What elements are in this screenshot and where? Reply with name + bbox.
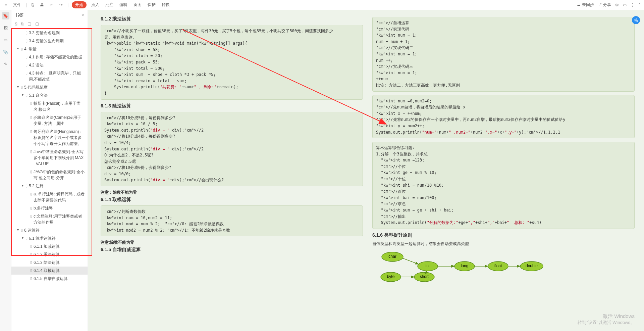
tree-toggle-icon[interactable]: ▾ (16, 46, 19, 51)
bookmark-item[interactable]: ▯6.1.3 除法运算 (11, 258, 88, 267)
svg-text:short: short (420, 274, 429, 279)
bookmark-item[interactable]: ▯JAVA中的包的命名规则:全小写 包之间用.分开 (11, 168, 88, 182)
bookmark-label: 匈牙利命名法(Hungarian)：标识符的名字以一个或者多个小写字母开头作为前… (34, 129, 85, 147)
chevron-down-icon[interactable]: ˅ (639, 3, 641, 7)
comment-panel-icon[interactable]: ▭ (2, 36, 9, 44)
tab-annotate[interactable]: 批注 (104, 1, 115, 8)
tree-toggle-icon[interactable]: ▾ (16, 84, 19, 89)
close-icon[interactable]: × (82, 12, 84, 18)
bookmark-icon: ▯ (30, 129, 32, 134)
tab-start[interactable]: 开始 (72, 1, 87, 8)
vertical-toolbar: 🔖 🖼 ▭ 📎 ✎ (0, 10, 11, 331)
heading-616: 6.1.6 类型提升原则 (372, 232, 635, 238)
tree-toggle-icon[interactable]: ▾ (21, 235, 24, 240)
bookmark-icon: ▯ (25, 183, 28, 189)
tree-toggle-icon[interactable]: ▾ (16, 227, 19, 232)
edit-panel-icon[interactable]: ✎ (2, 60, 9, 68)
bookmark-item[interactable]: ▯匈牙利命名法(Hungarian)：标识符的名字以一个或者多个小写字母开头作为… (11, 128, 88, 148)
bookmark-icon: ▯ (21, 227, 23, 233)
heading-612: 6.1.2 乘法运算 (101, 16, 363, 22)
bookmark-icon: ▯ (25, 92, 28, 98)
tab-protect[interactable]: 保护 (146, 1, 157, 8)
bookmark-item[interactable]: ▾▯6.运算符 (11, 226, 88, 234)
bookmark-label: 4.3 特点:一旦声明完毕，只能用,不能改值 (29, 70, 85, 82)
bookmark-item[interactable]: ▯帕斯卡(Pascal)：应用于类名,接口名 (11, 99, 88, 113)
bookmark-item[interactable]: ▾▯4. 常量 (11, 45, 88, 53)
attachment-panel-icon[interactable]: 📎 (2, 48, 9, 56)
bookmark-item[interactable]: ▯6.1.4 取模运算 (11, 267, 88, 275)
image-panel-icon[interactable]: 🖼 (2, 24, 9, 32)
bookmark-label: 5.代码规范度 (24, 84, 85, 90)
bookmark-icon: ▯ (25, 235, 28, 241)
svg-text:byte: byte (387, 274, 395, 279)
bookmark-item[interactable]: ▯4.2 语法 (11, 61, 88, 69)
sidebar-tools: ⎘ ⎘ ▢ ▢ (11, 20, 88, 28)
sb-tool-2[interactable]: ⎘ (21, 21, 23, 26)
sync-status[interactable]: ☁ 未同步 (577, 2, 594, 8)
share-button[interactable]: ↗ 分享 (598, 2, 611, 8)
bookmark-item[interactable]: ▯b.多行注释 (11, 204, 88, 212)
bookmark-icon: ▯ (25, 38, 28, 44)
gear-icon[interactable]: ⚙ (615, 3, 619, 7)
bookmark-label: 6.1.1 加减运算 (34, 243, 85, 249)
note-614: 注意:除数不能为零 (101, 240, 363, 245)
sb-tool-4[interactable]: ▢ (35, 21, 39, 26)
code-615c: 算术运算综合练习题: 1.分解一个3位整数，并求总 "kw">int num =… (372, 142, 635, 229)
code-612: "cm">//小明买了一双鞋，价值58元，买了3件衣服，每件30元，买了5个包，… (101, 25, 363, 100)
code-614: "cm">//判断奇数偶数 "kw">int num = 10,num2 = 1… (101, 205, 363, 236)
tab-convert[interactable]: 转换 (160, 1, 171, 8)
tree-toggle-icon[interactable]: ▾ (21, 92, 24, 97)
bookmark-icon: ▯ (30, 191, 32, 197)
bookmark-icon: ▯ (30, 243, 32, 249)
bookmark-label: c.文档注释:用于注释类或者方法的作用 (34, 213, 85, 225)
document-content[interactable]: 6.1.2 乘法运算 "cm">//小明买了一双鞋，价值58元，买了3件衣服，每… (88, 10, 644, 331)
print-icon[interactable]: 🖶 (39, 2, 45, 8)
bookmark-item[interactable]: ▯6.1.1 加减运算 (11, 242, 88, 250)
left-column: 6.1.2 乘法运算 "cm">//小明买了一双鞋，价值58元，买了3件衣服，每… (101, 15, 363, 284)
type-promotion-diagram: char int long float double byte short (372, 249, 635, 284)
bookmark-item[interactable]: ▯a. 单行注释: 解释代码，或者去除不需要的代码 (11, 190, 88, 204)
menu-icon[interactable]: ≡ (3, 2, 8, 8)
top-toolbar: ≡ 文件 | ⎘ 🖶 ↶ ↷ | 开始 插入 批注 编辑 页面 保护 转换 ☁ … (0, 0, 644, 10)
bookmark-item[interactable]: ▾▯6.1 算术运算符 (11, 234, 88, 242)
window-icon[interactable]: ▭ (623, 3, 627, 7)
bookmark-icon: ▯ (30, 205, 32, 211)
heading-614: 6.1.4 取模运算 (101, 197, 363, 203)
bookmark-item[interactable]: ▯驼峰命名法(Camel):应用于变量, 方法，属性 (11, 113, 88, 128)
bookmark-icon: ▯ (25, 54, 28, 60)
tab-insert[interactable]: 插入 (90, 1, 101, 8)
bookmark-item[interactable]: ▯6.1.5 自增自减运算 (11, 275, 88, 283)
bookmark-item[interactable]: ▯4.1 作用: 存储不能变化的数据 (11, 53, 88, 61)
bookmark-item[interactable]: ▾▯5.2 注释 (11, 182, 88, 190)
floating-assist-button[interactable]: 稿 (632, 16, 640, 24)
sb-tool-3[interactable]: ▢ (28, 21, 31, 26)
bookmark-item[interactable]: ▾▯5.1 命名法 (11, 91, 88, 99)
bookmark-panel-icon[interactable]: 🔖 (2, 12, 9, 19)
bookmark-item[interactable]: ▾▯5.代码规范度 (11, 83, 88, 91)
bookmark-item[interactable]: ▯3.3 变量命名规则 (11, 29, 88, 37)
file-menu[interactable]: 文件 (12, 1, 22, 8)
bookmark-item[interactable]: ▯Java中常量命名规则:全大写 多个单词用下划线分割 MAX_VALUE (11, 148, 88, 168)
bookmark-item[interactable]: ▯3.4 变量的生命周期 (11, 37, 88, 45)
tree-toggle-icon[interactable]: ▾ (21, 183, 24, 188)
bookmark-item[interactable]: ▯c.文档注释:用于注释类或者方法的作用 (11, 212, 88, 226)
bookmark-label: JAVA中的包的命名规则:全小写 包之间用.分开 (34, 169, 85, 181)
tab-page[interactable]: 页面 (132, 1, 143, 8)
bookmark-label: 5.2 注释 (29, 183, 85, 189)
sb-tool-1[interactable]: ⎘ (15, 21, 17, 26)
bookmark-icon: ▯ (30, 268, 32, 273)
bookmark-label: 4. 常量 (24, 46, 85, 52)
redo-icon[interactable]: ↷ (58, 2, 64, 8)
bookmark-icon: ▯ (21, 84, 23, 90)
bookmark-icon: ▯ (30, 149, 32, 154)
text-616: 当低类型和高类型一起运算时，结果会自动变成高类型 (372, 241, 635, 247)
bookmark-label: 6.运算符 (24, 227, 85, 233)
bookmark-item[interactable]: ▯4.3 特点:一旦声明完毕，只能用,不能改值 (11, 69, 88, 83)
bookmark-item[interactable]: ▯6.1.2 乘法运算 (11, 250, 88, 258)
svg-text:char: char (388, 254, 396, 259)
tab-edit[interactable]: 编辑 (118, 1, 129, 8)
open-icon[interactable]: ⎘ (30, 2, 35, 8)
bookmark-label: 4.1 作用: 存储不能变化的数据 (29, 54, 85, 60)
undo-icon[interactable]: ↶ (49, 2, 55, 8)
more-icon[interactable]: ⋮ (631, 3, 635, 7)
